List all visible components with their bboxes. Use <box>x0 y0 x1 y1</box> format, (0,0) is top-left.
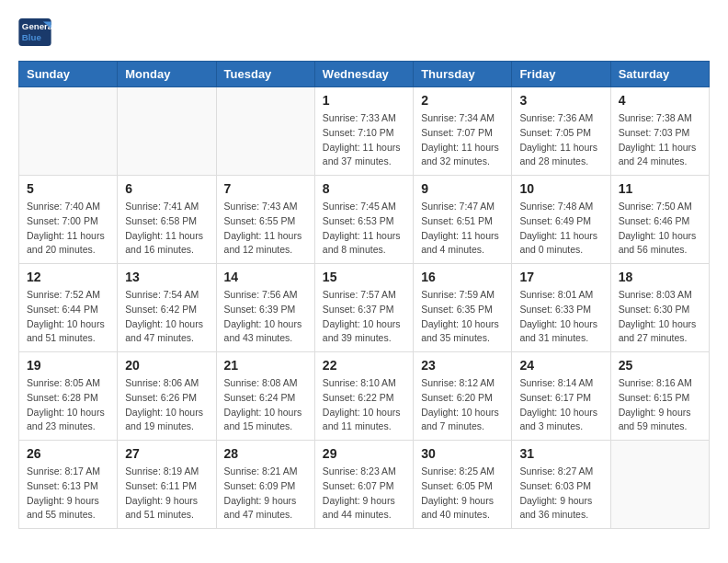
day-info: Sunrise: 8:19 AM Sunset: 6:11 PM Dayligh… <box>125 465 208 523</box>
page-header: General Blue <box>18 18 710 46</box>
calendar-cell: 20Sunrise: 8:06 AM Sunset: 6:26 PM Dayli… <box>118 352 216 441</box>
weekday-header-thursday: Thursday <box>414 62 512 87</box>
day-info: Sunrise: 7:41 AM Sunset: 6:58 PM Dayligh… <box>125 200 208 258</box>
calendar-cell: 4Sunrise: 7:38 AM Sunset: 7:03 PM Daylig… <box>610 87 709 176</box>
day-info: Sunrise: 8:01 AM Sunset: 6:33 PM Dayligh… <box>519 288 602 346</box>
calendar-cell: 23Sunrise: 8:12 AM Sunset: 6:20 PM Dayli… <box>414 352 512 441</box>
day-number: 18 <box>619 270 701 284</box>
day-number: 26 <box>27 446 109 461</box>
calendar-cell: 28Sunrise: 8:21 AM Sunset: 6:09 PM Dayli… <box>216 441 314 529</box>
calendar-cell: 13Sunrise: 7:54 AM Sunset: 6:42 PM Dayli… <box>118 264 216 352</box>
calendar-cell: 8Sunrise: 7:45 AM Sunset: 6:53 PM Daylig… <box>314 176 413 264</box>
calendar-cell: 26Sunrise: 8:17 AM Sunset: 6:13 PM Dayli… <box>19 441 118 529</box>
calendar-cell: 25Sunrise: 8:16 AM Sunset: 6:15 PM Dayli… <box>610 352 709 441</box>
calendar-cell: 18Sunrise: 8:03 AM Sunset: 6:30 PM Dayli… <box>610 264 709 352</box>
day-info: Sunrise: 8:16 AM Sunset: 6:15 PM Dayligh… <box>619 376 701 434</box>
day-info: Sunrise: 8:10 AM Sunset: 6:22 PM Dayligh… <box>323 376 405 434</box>
day-number: 22 <box>323 358 405 373</box>
day-info: Sunrise: 7:48 AM Sunset: 6:49 PM Dayligh… <box>519 200 602 258</box>
weekday-header-wednesday: Wednesday <box>314 62 413 87</box>
day-number: 20 <box>125 358 208 373</box>
day-number: 11 <box>619 181 701 196</box>
day-info: Sunrise: 7:56 AM Sunset: 6:39 PM Dayligh… <box>224 288 307 346</box>
calendar-cell: 17Sunrise: 8:01 AM Sunset: 6:33 PM Dayli… <box>512 264 610 352</box>
day-number: 30 <box>421 446 504 461</box>
calendar-cell: 27Sunrise: 8:19 AM Sunset: 6:11 PM Dayli… <box>118 441 216 529</box>
day-number: 8 <box>323 181 405 196</box>
calendar-cell: 11Sunrise: 7:50 AM Sunset: 6:46 PM Dayli… <box>610 176 709 264</box>
day-info: Sunrise: 7:45 AM Sunset: 6:53 PM Dayligh… <box>323 200 405 258</box>
day-info: Sunrise: 8:25 AM Sunset: 6:05 PM Dayligh… <box>421 465 504 523</box>
calendar-table: SundayMondayTuesdayWednesdayThursdayFrid… <box>18 61 710 529</box>
weekday-header-saturday: Saturday <box>610 62 709 87</box>
week-row-1: 1Sunrise: 7:33 AM Sunset: 7:10 PM Daylig… <box>19 87 710 176</box>
calendar-cell: 15Sunrise: 7:57 AM Sunset: 6:37 PM Dayli… <box>314 264 413 352</box>
calendar-cell: 1Sunrise: 7:33 AM Sunset: 7:10 PM Daylig… <box>314 87 413 176</box>
day-number: 29 <box>323 446 405 461</box>
calendar-cell <box>216 87 314 176</box>
day-number: 24 <box>519 358 602 373</box>
logo-icon: General Blue <box>18 18 51 46</box>
day-info: Sunrise: 7:43 AM Sunset: 6:55 PM Dayligh… <box>224 200 307 258</box>
calendar-cell <box>118 87 216 176</box>
calendar-cell <box>610 441 709 529</box>
calendar-cell: 12Sunrise: 7:52 AM Sunset: 6:44 PM Dayli… <box>19 264 118 352</box>
calendar-cell: 21Sunrise: 8:08 AM Sunset: 6:24 PM Dayli… <box>216 352 314 441</box>
day-info: Sunrise: 7:38 AM Sunset: 7:03 PM Dayligh… <box>619 111 701 169</box>
day-number: 27 <box>125 446 208 461</box>
day-number: 2 <box>421 93 504 108</box>
day-number: 17 <box>519 270 602 284</box>
calendar-cell: 16Sunrise: 7:59 AM Sunset: 6:35 PM Dayli… <box>414 264 512 352</box>
calendar-cell: 30Sunrise: 8:25 AM Sunset: 6:05 PM Dayli… <box>414 441 512 529</box>
day-info: Sunrise: 7:50 AM Sunset: 6:46 PM Dayligh… <box>619 200 701 258</box>
day-number: 14 <box>224 270 307 284</box>
day-info: Sunrise: 7:54 AM Sunset: 6:42 PM Dayligh… <box>125 288 208 346</box>
weekday-header-tuesday: Tuesday <box>216 62 314 87</box>
day-info: Sunrise: 8:21 AM Sunset: 6:09 PM Dayligh… <box>224 465 307 523</box>
weekday-header-friday: Friday <box>512 62 610 87</box>
calendar-cell: 31Sunrise: 8:27 AM Sunset: 6:03 PM Dayli… <box>512 441 610 529</box>
day-info: Sunrise: 8:17 AM Sunset: 6:13 PM Dayligh… <box>27 465 109 523</box>
weekday-header-row: SundayMondayTuesdayWednesdayThursdayFrid… <box>19 62 710 87</box>
day-number: 1 <box>323 93 405 108</box>
day-number: 13 <box>125 270 208 284</box>
calendar-cell: 14Sunrise: 7:56 AM Sunset: 6:39 PM Dayli… <box>216 264 314 352</box>
day-number: 16 <box>421 270 504 284</box>
day-info: Sunrise: 7:59 AM Sunset: 6:35 PM Dayligh… <box>421 288 504 346</box>
calendar-cell: 29Sunrise: 8:23 AM Sunset: 6:07 PM Dayli… <box>314 441 413 529</box>
calendar-cell: 24Sunrise: 8:14 AM Sunset: 6:17 PM Dayli… <box>512 352 610 441</box>
day-number: 9 <box>421 181 504 196</box>
day-number: 28 <box>224 446 307 461</box>
day-info: Sunrise: 7:33 AM Sunset: 7:10 PM Dayligh… <box>323 111 405 169</box>
day-number: 15 <box>323 270 405 284</box>
calendar-cell: 6Sunrise: 7:41 AM Sunset: 6:58 PM Daylig… <box>118 176 216 264</box>
week-row-5: 26Sunrise: 8:17 AM Sunset: 6:13 PM Dayli… <box>19 441 710 529</box>
calendar-cell: 19Sunrise: 8:05 AM Sunset: 6:28 PM Dayli… <box>19 352 118 441</box>
day-number: 23 <box>421 358 504 373</box>
svg-text:Blue: Blue <box>22 32 42 42</box>
day-number: 19 <box>27 358 109 373</box>
day-info: Sunrise: 8:05 AM Sunset: 6:28 PM Dayligh… <box>27 376 109 434</box>
week-row-3: 12Sunrise: 7:52 AM Sunset: 6:44 PM Dayli… <box>19 264 710 352</box>
day-number: 4 <box>619 93 701 108</box>
week-row-2: 5Sunrise: 7:40 AM Sunset: 7:00 PM Daylig… <box>19 176 710 264</box>
day-info: Sunrise: 7:52 AM Sunset: 6:44 PM Dayligh… <box>27 288 109 346</box>
day-info: Sunrise: 7:36 AM Sunset: 7:05 PM Dayligh… <box>519 111 602 169</box>
day-info: Sunrise: 7:40 AM Sunset: 7:00 PM Dayligh… <box>27 200 109 258</box>
day-number: 6 <box>125 181 208 196</box>
day-number: 3 <box>519 93 602 108</box>
day-info: Sunrise: 7:57 AM Sunset: 6:37 PM Dayligh… <box>323 288 405 346</box>
weekday-header-sunday: Sunday <box>19 62 118 87</box>
calendar-cell: 2Sunrise: 7:34 AM Sunset: 7:07 PM Daylig… <box>414 87 512 176</box>
day-number: 31 <box>519 446 602 461</box>
day-info: Sunrise: 8:27 AM Sunset: 6:03 PM Dayligh… <box>519 465 602 523</box>
calendar-cell: 10Sunrise: 7:48 AM Sunset: 6:49 PM Dayli… <box>512 176 610 264</box>
calendar-cell: 22Sunrise: 8:10 AM Sunset: 6:22 PM Dayli… <box>314 352 413 441</box>
day-info: Sunrise: 8:08 AM Sunset: 6:24 PM Dayligh… <box>224 376 307 434</box>
weekday-header-monday: Monday <box>118 62 216 87</box>
week-row-4: 19Sunrise: 8:05 AM Sunset: 6:28 PM Dayli… <box>19 352 710 441</box>
day-info: Sunrise: 8:14 AM Sunset: 6:17 PM Dayligh… <box>519 376 602 434</box>
day-info: Sunrise: 7:34 AM Sunset: 7:07 PM Dayligh… <box>421 111 504 169</box>
day-number: 25 <box>619 358 701 373</box>
day-number: 12 <box>27 270 109 284</box>
